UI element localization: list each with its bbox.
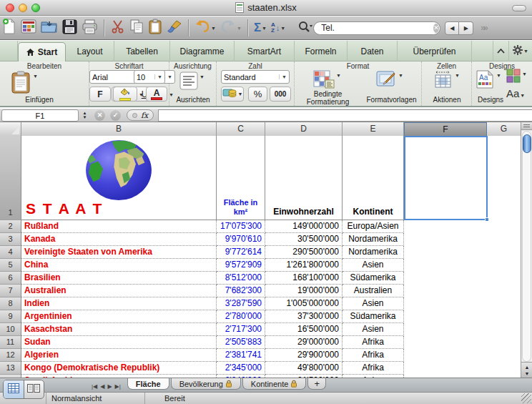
cell-kontinent[interactable]: Europa/Asien <box>343 220 404 233</box>
font-size-select[interactable]: 10▼ <box>134 70 165 84</box>
row-header-7[interactable]: 7 <box>0 285 21 297</box>
font-color-dropdown-arrow[interactable]: ▼ <box>169 92 174 102</box>
conditional-formatting-dropdown-arrow[interactable]: ▼ <box>336 73 341 78</box>
row-header-8[interactable]: 8 <box>0 297 21 310</box>
ribbon-tab-tabellen[interactable]: Tabellen <box>114 41 170 61</box>
theme-fonts-button[interactable]: Aa▼ <box>506 87 525 99</box>
resize-grip[interactable] <box>521 393 531 403</box>
ribbon-tab-start[interactable]: Start <box>18 42 66 61</box>
ribbon-collapse-button[interactable] <box>493 41 509 61</box>
themes-dropdown-arrow[interactable]: ▼ <box>496 73 501 78</box>
column-header-d[interactable]: D <box>265 122 343 136</box>
cell-empty-g[interactable] <box>487 349 521 362</box>
cell-empty-f[interactable] <box>404 259 487 272</box>
cell-empty-g[interactable] <box>487 259 521 272</box>
cell-flaeche[interactable]: 2'505'883 <box>217 336 265 349</box>
cell-empty-g[interactable] <box>487 362 521 375</box>
row-header-2[interactable]: 2 <box>0 220 21 233</box>
workbook-gallery-button[interactable] <box>19 18 39 38</box>
ribbon-tab-ueberpruefen[interactable]: Überprüfen <box>398 41 472 61</box>
cell-empty-g[interactable] <box>487 246 521 259</box>
cell-einwohner[interactable]: 30'500'000 <box>265 233 343 246</box>
cell-kontinent[interactable]: Afrika <box>343 336 404 349</box>
ribbon-settings-button[interactable]: ▼ <box>509 41 532 61</box>
align-button[interactable]: ▼ <box>179 72 205 93</box>
autosum-dropdown-arrow[interactable]: ▼ <box>262 26 267 31</box>
cell-empty-f[interactable] <box>404 323 487 336</box>
cell-staat[interactable]: China <box>21 259 217 272</box>
cell-empty-f[interactable] <box>404 362 487 375</box>
ribbon-tab-daten[interactable]: Daten <box>348 41 398 61</box>
insert-function-button[interactable]: fx <box>127 109 154 121</box>
cell-e1-kontinent-header[interactable]: Kontinent <box>343 136 404 220</box>
sort-button[interactable]: AZ↓▼ <box>269 18 287 38</box>
clear-search-icon[interactable]: ✕ <box>433 24 439 33</box>
cell-einwohner[interactable]: 29'000'000 <box>265 336 343 349</box>
cell-kontinent[interactable]: Südamerika <box>343 272 404 285</box>
thousands-button[interactable]: 000 <box>270 87 291 102</box>
search-field[interactable]: ✕ <box>313 21 440 35</box>
paste-dropdown-arrow[interactable]: ▼ <box>33 74 38 79</box>
sheet-tab-bevoelkerung[interactable]: Bevölkerung <box>171 378 241 390</box>
page-layout-view-button[interactable] <box>24 380 44 398</box>
align-dropdown-arrow[interactable]: ▼ <box>200 74 205 79</box>
cut-button[interactable] <box>108 18 127 38</box>
cell-flaeche[interactable]: 9'572'909 <box>217 259 265 272</box>
autosum-button[interactable]: Σ▼ <box>252 18 269 38</box>
name-box[interactable]: F1 <box>1 109 79 122</box>
cell-staat[interactable]: Kanada <box>21 233 217 246</box>
cell-flaeche[interactable]: 2'780'000 <box>217 310 265 323</box>
percent-button[interactable]: % <box>248 87 267 102</box>
row-header-1[interactable]: 1 <box>0 136 21 220</box>
prev-sheet-button[interactable]: ◀ <box>100 383 104 390</box>
row-header-4[interactable]: 4 <box>0 246 21 259</box>
cell-empty-g[interactable] <box>487 272 521 285</box>
cell-staat[interactable]: Vereinigte Staaten von Amerika <box>21 246 217 259</box>
first-sheet-button[interactable]: |◀ <box>92 383 97 390</box>
open-button[interactable] <box>39 18 60 38</box>
currency-button[interactable]: ▼ <box>221 87 244 102</box>
row-header-5[interactable]: 5 <box>0 259 21 272</box>
cell-kontinent[interactable]: Afrika <box>343 362 404 375</box>
save-button[interactable] <box>60 18 79 38</box>
cell-empty-f[interactable] <box>404 336 487 349</box>
cell-einwohner[interactable]: 37'300'000 <box>265 310 343 323</box>
cell-einwohner[interactable]: 149'000'000 <box>265 220 343 233</box>
copy-button[interactable] <box>127 18 146 38</box>
cell-kontinent[interactable]: Nordamerika <box>343 246 404 259</box>
currency-dropdown-arrow[interactable]: ▼ <box>238 92 243 97</box>
new-workbook-button[interactable] <box>0 18 19 38</box>
row-header-10[interactable]: 10 <box>0 323 21 336</box>
add-sheet-tab[interactable]: + <box>307 378 326 390</box>
cell-flaeche[interactable]: 2'345'000 <box>217 362 265 375</box>
confirm-entry-button[interactable]: ✓ <box>110 110 121 121</box>
cell-empty-g[interactable] <box>487 323 521 336</box>
toolbar-overflow-icon[interactable]: »» <box>481 23 486 33</box>
cell-empty-f[interactable] <box>404 310 487 323</box>
vertical-scroll-track[interactable] <box>522 131 531 362</box>
split-handle[interactable] <box>521 122 532 130</box>
undo-button[interactable]: ▼ <box>192 18 218 38</box>
cell-staat[interactable]: Australien <box>21 285 217 297</box>
number-format-select[interactable]: Standard▼ <box>221 70 290 84</box>
theme-colors-dropdown-arrow[interactable]: ▼ <box>522 72 527 77</box>
cell-flaeche[interactable]: 7'682'300 <box>217 285 265 297</box>
toolbar-toggle-button[interactable] <box>512 5 526 11</box>
cell-g1[interactable] <box>487 136 521 220</box>
normal-view-button[interactable] <box>4 380 24 398</box>
sort-dropdown-arrow[interactable]: ▼ <box>280 26 285 31</box>
search-input[interactable] <box>320 22 433 34</box>
cell-einwohner[interactable]: 19'000'000 <box>265 285 343 297</box>
redo-dropdown-arrow[interactable]: ▼ <box>237 26 242 31</box>
fill-handle[interactable] <box>485 217 489 222</box>
cell-staat[interactable]: Kongo (Demokratische Republik) <box>21 362 217 375</box>
find-next-button[interactable]: ▶ <box>459 21 473 35</box>
cell-einwohner[interactable]: 16'500'000 <box>265 323 343 336</box>
cell-flaeche[interactable]: 2'717'300 <box>217 323 265 336</box>
row-header-3[interactable]: 3 <box>0 233 21 246</box>
cell-kontinent[interactable]: Asien <box>343 297 404 310</box>
font-color-button[interactable]: A ▼ <box>146 87 174 102</box>
themes-button[interactable]: Aa ▼ <box>475 70 501 92</box>
cell-einwohner[interactable]: 29'900'000 <box>265 349 343 362</box>
cell-kontinent[interactable]: Afrika <box>343 349 404 362</box>
